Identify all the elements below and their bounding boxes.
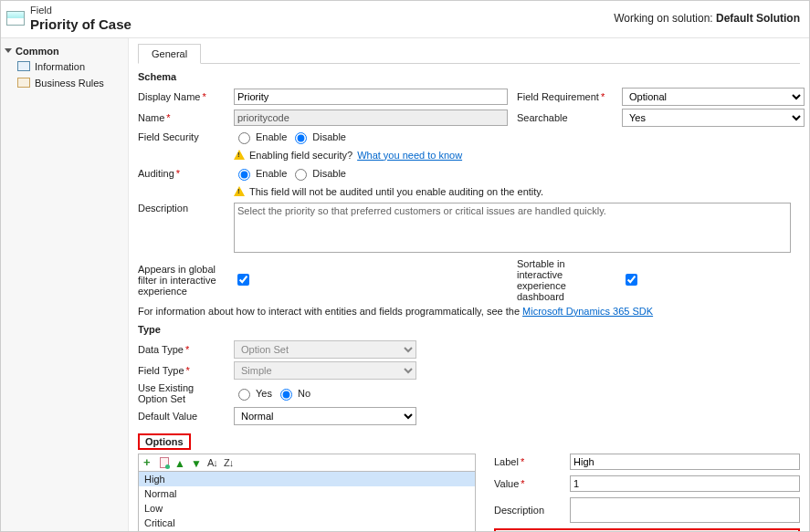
tab-general[interactable]: General xyxy=(138,44,201,64)
sdk-link[interactable]: Microsoft Dynamics 365 SDK xyxy=(522,306,653,317)
fs-disable-radio[interactable]: Disable xyxy=(290,130,346,144)
field-security-label: Field Security xyxy=(138,131,225,142)
opt-desc-textarea[interactable] xyxy=(570,497,800,523)
option-item[interactable]: Low xyxy=(139,501,475,516)
add-option-icon[interactable]: + xyxy=(143,457,154,468)
info-icon xyxy=(17,61,30,71)
display-name-input[interactable] xyxy=(234,89,508,105)
sortable-checkbox[interactable] xyxy=(626,274,637,286)
entity-type-label: Field xyxy=(30,5,131,16)
audit-enable-radio[interactable]: Enable xyxy=(234,166,287,181)
tab-bar: General xyxy=(138,44,800,64)
collapse-icon xyxy=(5,48,12,53)
move-up-icon[interactable]: ▲ xyxy=(174,457,185,468)
display-name-label: Display Name* xyxy=(138,91,225,102)
sdk-info-line: For information about how to interact wi… xyxy=(138,306,800,317)
opt-label-label: Label* xyxy=(494,456,563,467)
use-existing-no[interactable]: No xyxy=(276,386,310,401)
sidebar: Common Information Business Rules xyxy=(1,38,129,531)
field-requirement-label: Field Requirement* xyxy=(517,91,613,102)
use-existing-radios: Yes No xyxy=(234,386,416,401)
sidebar-item-information[interactable]: Information xyxy=(5,58,124,75)
opt-label-input[interactable] xyxy=(570,454,800,470)
opt-value-input[interactable] xyxy=(570,475,800,492)
opt-desc-label: Description xyxy=(494,505,563,516)
fs-learn-link[interactable]: What you need to know xyxy=(357,150,462,161)
fs-warning: Enabling field security? What you need t… xyxy=(234,147,508,163)
auditing-radios: Enable Disable xyxy=(234,166,508,181)
option-item[interactable]: Normal xyxy=(139,486,475,501)
options-toolbar: + ▲ ▼ A↓ Z↓ xyxy=(138,454,476,471)
options-list[interactable]: HighNormalLowCritical xyxy=(138,471,476,531)
searchable-select[interactable]: Yes xyxy=(622,109,805,127)
sortable-label: Sortable in interactive experience dashb… xyxy=(517,258,613,302)
data-type-select: Option Set xyxy=(234,340,416,359)
opt-value-label: Value* xyxy=(494,478,563,489)
warning-icon xyxy=(234,186,245,196)
use-existing-yes[interactable]: Yes xyxy=(234,386,272,401)
name-label: Name* xyxy=(138,112,225,123)
header-bar: Field Priority of Case Working on soluti… xyxy=(1,1,809,38)
sort-asc-icon[interactable]: A↓ xyxy=(207,457,218,468)
description-label: Description xyxy=(138,203,225,214)
appears-filter-label: Appears in global filter in interactive … xyxy=(138,264,225,297)
rules-icon xyxy=(17,78,30,88)
data-type-label: Data Type* xyxy=(138,344,225,355)
sidebar-item-label: Information xyxy=(35,61,85,72)
appears-filter-checkbox[interactable] xyxy=(237,274,249,286)
option-item[interactable]: Critical xyxy=(139,516,475,530)
searchable-label: Searchable xyxy=(517,112,613,123)
sidebar-group-common[interactable]: Common xyxy=(5,44,124,58)
name-input xyxy=(234,110,508,126)
page-title: Priority of Case xyxy=(30,16,131,32)
description-textarea[interactable]: Select the priority so that preferred cu… xyxy=(234,203,791,253)
field-type-label: Field Type* xyxy=(138,365,225,376)
sidebar-item-business-rules[interactable]: Business Rules xyxy=(5,75,124,91)
field-security-radios: Enable Disable xyxy=(234,130,508,144)
auditing-label: Auditing* xyxy=(138,168,225,179)
opt-color-row: Color xyxy=(494,528,800,531)
field-requirement-select[interactable]: Optional xyxy=(622,88,805,106)
sidebar-item-label: Business Rules xyxy=(35,78,104,89)
sort-desc-icon[interactable]: Z↓ xyxy=(224,457,235,468)
options-heading: Options xyxy=(138,433,191,450)
entity-icon xyxy=(6,11,25,26)
move-down-icon[interactable]: ▼ xyxy=(191,457,202,468)
use-existing-label: Use Existing Option Set xyxy=(138,382,225,404)
schema-heading: Schema xyxy=(138,71,800,82)
audit-warning: This field will not be audited until you… xyxy=(234,183,805,200)
warning-icon xyxy=(234,150,245,160)
default-value-label: Default Value xyxy=(138,411,225,422)
audit-disable-radio[interactable]: Disable xyxy=(290,166,346,181)
type-heading: Type xyxy=(138,324,800,335)
edit-option-icon[interactable] xyxy=(160,457,169,468)
solution-indicator: Working on solution: Default Solution xyxy=(614,12,800,25)
default-value-select[interactable]: Normal xyxy=(234,407,416,425)
fs-enable-radio[interactable]: Enable xyxy=(234,130,287,144)
option-item[interactable]: High xyxy=(139,472,475,486)
field-type-select: Simple xyxy=(234,361,416,380)
